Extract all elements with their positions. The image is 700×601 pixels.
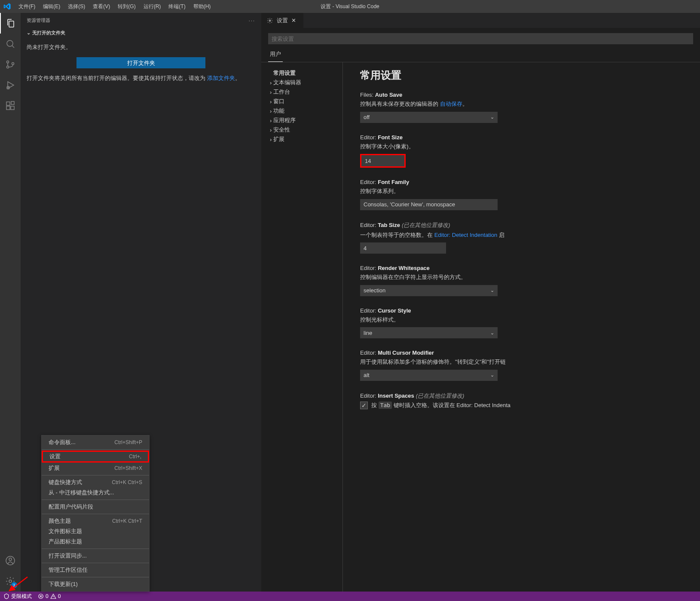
chevron-right-icon: › [270, 98, 272, 105]
menu-extensions[interactable]: 扩展Ctrl+Shift+X [42, 463, 149, 473]
menu-keyboard-shortcuts[interactable]: 键盘快捷方式Ctrl+K Ctrl+S [42, 477, 149, 488]
menu-settings[interactable]: 设置Ctrl+, [43, 451, 148, 462]
tab-label: 设置 [277, 17, 288, 25]
setting-multi-cursor-modifier: Editor: Multi Cursor Modifier 用于使用鼠标添加多个… [360, 350, 700, 381]
menu-terminal[interactable]: 终端(T) [165, 1, 188, 12]
menu-command-palette[interactable]: 命令面板...Ctrl+Shift+P [42, 437, 149, 448]
manage-gear-icon[interactable]: 1 [0, 571, 21, 592]
menu-help[interactable]: 帮助(H) [190, 1, 214, 12]
run-debug-icon[interactable] [0, 75, 21, 95]
separator [42, 577, 149, 577]
separator [42, 475, 149, 475]
setting-font-size: Editor: Font Size 控制字体大小(像素)。 [360, 134, 700, 168]
menu-go[interactable]: 转到(G) [115, 1, 138, 12]
explorer-sidebar: 资源管理器 ··· ⌄ 无打开的文件夹 尚未打开文件夹。 打开文件夹 打开文件夹… [21, 13, 261, 592]
no-folder-message: 尚未打开文件夹。 [27, 43, 255, 51]
status-bar: 受限模式 0 0 [0, 592, 700, 601]
cursor-style-select[interactable]: line⌄ [360, 327, 498, 338]
svg-point-2 [7, 66, 9, 68]
menu-run[interactable]: 运行(R) [141, 1, 164, 12]
svg-point-0 [7, 40, 13, 46]
add-folder-link[interactable]: 添加文件夹 [207, 75, 235, 81]
extensions-icon[interactable] [0, 95, 21, 116]
tree-item-security[interactable]: ›安全性 [261, 125, 342, 135]
chevron-down-icon: ⌄ [490, 330, 494, 336]
vscode-logo-icon [3, 3, 11, 10]
multi-cursor-select[interactable]: alt⌄ [360, 370, 498, 381]
svg-rect-5 [6, 102, 10, 105]
chevron-right-icon: › [270, 127, 272, 133]
insert-spaces-checkbox[interactable]: ✓ [360, 402, 368, 409]
menu-user-snippets[interactable]: 配置用户代码片段 [42, 502, 149, 512]
title-bar: 文件(F) 编辑(E) 选择(S) 查看(V) 转到(G) 运行(R) 终端(T… [0, 0, 700, 13]
setting-tab-size: Editor: Tab Size(已在其他位置修改) 一个制表符等于的空格数。在… [360, 221, 700, 254]
separator [42, 449, 149, 450]
tree-item-window[interactable]: ›窗口 [261, 97, 342, 106]
settings-scope-tabs: 用户 [261, 47, 700, 62]
svg-rect-6 [6, 106, 10, 110]
warning-icon [50, 593, 56, 599]
explorer-icon[interactable] [0, 13, 21, 34]
svg-point-12 [269, 20, 270, 21]
search-icon[interactable] [0, 34, 21, 54]
svg-point-10 [9, 558, 12, 561]
settings-search-input[interactable] [268, 33, 693, 44]
detect-indentation-link-2[interactable]: Editor: Detect Indenta [456, 402, 510, 408]
window-title: 设置 - Visual Studio Code [321, 3, 379, 10]
no-folder-section[interactable]: ⌄ 无打开的文件夹 [27, 28, 255, 37]
tree-item-application[interactable]: ›应用程序 [261, 116, 342, 125]
menu-download-update[interactable]: 下载更新(1) [42, 579, 149, 589]
tree-item-common[interactable]: 常用设置 [261, 68, 342, 78]
shield-icon [3, 593, 9, 599]
gear-icon [266, 17, 273, 24]
open-folder-hint: 打开文件夹将关闭所有当前打开的编辑器。要使其保持打开状态，请改为 添加文件夹。 [27, 74, 255, 82]
editor-tabs: 设置 ✕ [261, 13, 700, 28]
menu-view[interactable]: 查看(V) [90, 1, 113, 12]
setting-auto-save: Files: Auto Save 控制具有未保存更改的编辑器的 自动保存。 of… [360, 92, 700, 123]
source-control-icon[interactable] [0, 54, 21, 75]
auto-save-select[interactable]: off⌄ [360, 112, 498, 123]
editor-area: 设置 ✕ 用户 常用设置 ›文本编辑器 ›工作台 ›窗口 ›功能 ›应用程序 ›… [261, 13, 700, 592]
tree-item-workbench[interactable]: ›工作台 [261, 87, 342, 97]
chevron-down-icon: ⌄ [27, 30, 31, 36]
chevron-right-icon: › [270, 117, 272, 124]
menu-workspace-trust[interactable]: 管理工作区信任 [42, 565, 149, 575]
activity-bar: 1 [0, 13, 21, 592]
more-actions-icon[interactable]: ··· [249, 18, 255, 23]
scope-user-tab[interactable]: 用户 [268, 47, 283, 62]
tab-size-input[interactable] [360, 242, 446, 254]
tree-item-text-editor[interactable]: ›文本编辑器 [261, 78, 342, 87]
menu-product-icon-theme[interactable]: 产品图标主题 [42, 537, 149, 547]
auto-save-link[interactable]: 自动保存 [440, 101, 462, 107]
restricted-mode[interactable]: 受限模式 [3, 593, 32, 600]
menu-color-theme[interactable]: 颜色主题Ctrl+K Ctrl+T [42, 516, 149, 526]
svg-rect-7 [11, 106, 14, 110]
menu-selection[interactable]: 选择(S) [65, 1, 88, 12]
detect-indentation-link[interactable]: Editor: Detect Indentation [434, 232, 498, 238]
menu-file-icon-theme[interactable]: 文件图标主题 [42, 526, 149, 537]
menu-edit[interactable]: 编辑(E) [40, 1, 63, 12]
menu-file[interactable]: 文件(F) [15, 1, 38, 12]
open-folder-button[interactable]: 打开文件夹 [76, 57, 205, 68]
chevron-down-icon: ⌄ [490, 114, 494, 120]
menu-migrate-keybindings[interactable]: 从 - 中迁移键盘快捷方式... [42, 488, 149, 498]
svg-point-11 [9, 580, 12, 583]
chevron-right-icon: › [270, 89, 272, 95]
render-whitespace-select[interactable]: selection⌄ [360, 285, 498, 296]
settings-tab[interactable]: 设置 ✕ [261, 13, 304, 28]
menu-settings-sync[interactable]: 打开设置同步... [42, 551, 149, 561]
manage-context-menu: 命令面板...Ctrl+Shift+P 设置Ctrl+, 扩展Ctrl+Shif… [41, 435, 150, 592]
close-icon[interactable]: ✕ [291, 17, 298, 24]
setting-font-family: Editor: Font Family 控制字体系列。 [360, 179, 700, 210]
setting-render-whitespace: Editor: Render Whitespace 控制编辑器在空白字符上显示符… [360, 265, 700, 296]
accounts-icon[interactable] [0, 550, 21, 571]
font-family-input[interactable] [360, 199, 498, 210]
tree-item-features[interactable]: ›功能 [261, 106, 342, 116]
chevron-down-icon: ⌄ [490, 288, 494, 293]
tree-item-extensions[interactable]: ›扩展 [261, 135, 342, 144]
separator [42, 514, 149, 514]
font-size-input[interactable] [361, 155, 404, 166]
problems[interactable]: 0 0 [38, 593, 61, 599]
chevron-right-icon: › [270, 80, 272, 86]
setting-cursor-style: Editor: Cursor Style 控制光标样式。 line⌄ [360, 307, 700, 339]
